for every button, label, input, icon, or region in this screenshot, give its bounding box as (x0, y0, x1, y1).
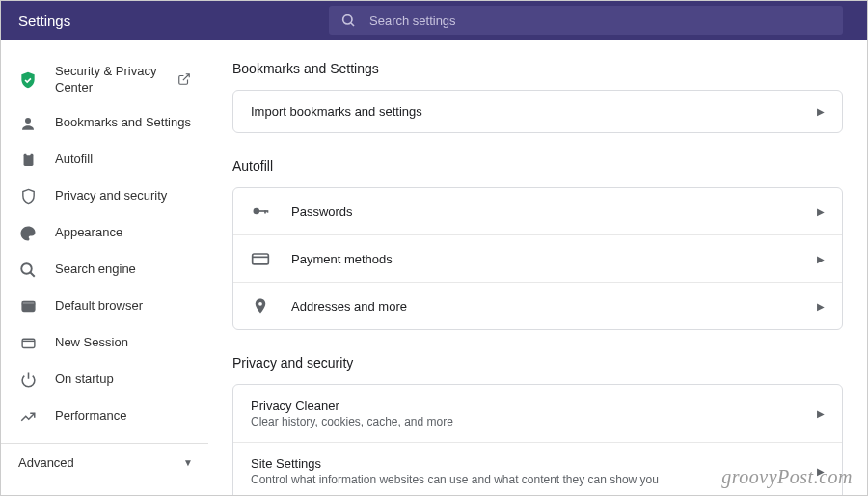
external-link-icon (179, 494, 193, 495)
svg-line-6 (30, 272, 35, 277)
row-subtitle: Control what information websites can us… (251, 473, 796, 486)
person-icon (18, 114, 38, 133)
row-title: Site Settings (251, 456, 796, 471)
search-icon (18, 261, 38, 280)
sidebar-item-label: Privacy and security (55, 188, 193, 205)
sidebar-item-security-center[interactable]: Security & Privacy Center (1, 55, 208, 105)
chevron-right-icon: ▶ (817, 408, 825, 419)
sidebar-advanced-toggle[interactable]: Advanced ▼ (1, 443, 208, 482)
sidebar-item-default-browser[interactable]: Default browser (1, 289, 208, 325)
svg-rect-14 (253, 254, 269, 264)
chevron-right-icon: ▶ (817, 466, 825, 477)
key-icon (251, 202, 270, 221)
chevron-right-icon: ▶ (817, 207, 825, 217)
sidebar-item-startup[interactable]: On startup (1, 362, 208, 399)
sidebar-item-appearance[interactable]: Appearance (1, 215, 208, 252)
header: Settings (1, 1, 867, 40)
folder-icon (18, 334, 38, 353)
sidebar-item-privacy[interactable]: Privacy and security (1, 179, 208, 215)
row-site-settings[interactable]: Site Settings Control what information w… (233, 443, 842, 495)
svg-rect-8 (22, 302, 35, 305)
svg-rect-3 (23, 154, 33, 166)
sidebar-item-bookmarks[interactable]: Bookmarks and Settings (1, 105, 208, 142)
row-title: Payment methods (291, 252, 796, 266)
svg-rect-12 (264, 210, 266, 213)
row-title: Addresses and more (291, 299, 796, 314)
pin-icon (251, 296, 270, 316)
section-title-autofill: Autofill (232, 158, 843, 174)
sidebar-item-new-session[interactable]: New Session (1, 325, 208, 362)
row-subtitle: Clear history, cookies, cache, and more (251, 415, 796, 428)
page-title: Settings (18, 13, 70, 29)
card-icon (251, 249, 270, 268)
row-passwords[interactable]: Passwords ▶ (233, 188, 842, 235)
sidebar-item-label: On startup (55, 372, 193, 388)
main-content: Bookmarks and Settings Import bookmarks … (208, 40, 867, 495)
section-title-bookmarks: Bookmarks and Settings (232, 61, 843, 76)
svg-rect-4 (26, 153, 30, 156)
card-privacy: Privacy Cleaner Clear history, cookies, … (232, 384, 843, 495)
sidebar-item-label: Security & Privacy Center (55, 64, 160, 96)
row-addresses[interactable]: Addresses and more ▶ (233, 283, 842, 329)
search-container[interactable] (329, 6, 843, 35)
sidebar-extensions[interactable]: Extensions (1, 482, 208, 495)
svg-line-1 (351, 23, 354, 26)
svg-point-2 (25, 118, 31, 124)
sidebar-item-label: Bookmarks and Settings (55, 115, 193, 131)
svg-rect-11 (258, 210, 267, 212)
card-autofill: Passwords ▶ Payment methods ▶ Addresses … (232, 187, 843, 330)
sidebar-item-label: Performance (55, 408, 193, 425)
power-icon (18, 371, 38, 390)
sidebar-item-label: New Session (55, 335, 193, 351)
sidebar-item-performance[interactable]: Performance (1, 399, 208, 435)
row-title: Import bookmarks and settings (251, 104, 796, 119)
shield-check-icon (18, 70, 38, 90)
search-input[interactable] (369, 14, 831, 28)
section-title-privacy: Privacy and security (232, 355, 843, 371)
sidebar-item-label: Appearance (55, 225, 193, 241)
external-link-icon (177, 72, 193, 88)
row-title: Privacy Cleaner (251, 399, 796, 413)
sidebar-item-autofill[interactable]: Autofill (1, 142, 208, 179)
svg-point-0 (343, 15, 352, 24)
svg-rect-13 (267, 210, 269, 213)
svg-point-5 (21, 263, 32, 274)
svg-point-16 (258, 302, 262, 306)
chevron-down-icon: ▼ (183, 457, 193, 468)
svg-point-10 (254, 208, 260, 215)
svg-rect-9 (22, 340, 35, 348)
chevron-right-icon: ▶ (817, 254, 825, 264)
row-privacy-cleaner[interactable]: Privacy Cleaner Clear history, cookies, … (233, 385, 842, 443)
row-import-bookmarks[interactable]: Import bookmarks and settings ▶ (233, 91, 842, 132)
chevron-right-icon: ▶ (817, 301, 825, 312)
sidebar-item-label: Default browser (55, 298, 193, 315)
palette-icon (18, 224, 38, 243)
sidebar-item-search-engine[interactable]: Search engine (1, 252, 208, 289)
advanced-label: Advanced (18, 455, 74, 470)
sidebar: Security & Privacy Center Bookmarks and … (1, 40, 208, 495)
card-bookmarks: Import bookmarks and settings ▶ (232, 90, 843, 133)
shield-icon (18, 187, 38, 207)
chevron-right-icon: ▶ (817, 106, 825, 117)
clipboard-icon (18, 151, 38, 170)
search-icon (340, 13, 356, 28)
extensions-label: Extensions (18, 494, 80, 495)
row-payment-methods[interactable]: Payment methods ▶ (233, 235, 842, 283)
row-title: Passwords (291, 205, 796, 219)
window-icon (18, 297, 38, 317)
sidebar-item-label: Autofill (55, 152, 193, 168)
performance-icon (18, 407, 38, 427)
sidebar-item-label: Search engine (55, 262, 193, 278)
